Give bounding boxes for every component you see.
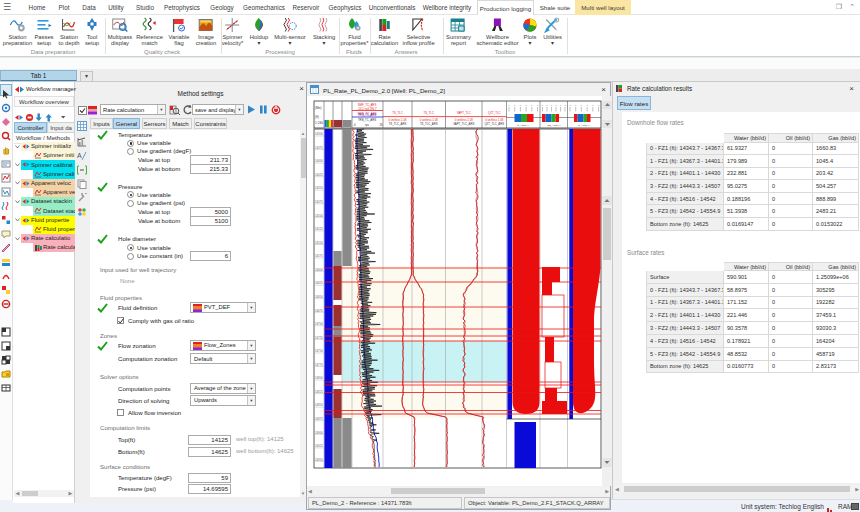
svg-text:14425: 14425 <box>315 173 323 177</box>
svg-text:QZT_TLC_ARS: QZT_TLC_ARS <box>484 122 504 126</box>
svg-text:14650: 14650 <box>315 295 323 299</box>
svg-text:QZT_TLC: QZT_TLC <box>488 111 500 115</box>
svg-text:16: 16 <box>379 123 383 127</box>
svg-text:14900: 14900 <box>315 431 323 435</box>
svg-text:TS_TLC_ARS: TS_TLC_ARS <box>389 122 407 126</box>
svg-text:14400: 14400 <box>315 159 323 163</box>
svg-text:14500: 14500 <box>315 214 323 218</box>
svg-text:14750: 14750 <box>315 349 323 353</box>
svg-text:TRS_TC_ARS: TRS_TC_ARS <box>358 113 376 117</box>
svg-text:VAPT_TLC_ARS: VAPT_TLC_ARS <box>453 122 474 126</box>
svg-text:14550: 14550 <box>315 241 323 245</box>
svg-text:14725: 14725 <box>315 336 323 340</box>
svg-text:-24.1 rad 296.7: -24.1 rad 296.7 <box>358 107 377 111</box>
svg-text:TS_TLC_ARS: TS_TLC_ARS <box>420 122 438 126</box>
svg-text:14350: 14350 <box>315 132 323 136</box>
svg-text:14675: 14675 <box>315 309 323 313</box>
svg-text:14525: 14525 <box>315 227 323 231</box>
svg-text:TS_TLC: TS_TLC <box>424 111 434 115</box>
svg-text:14475: 14475 <box>315 200 323 204</box>
svg-text:14825: 14825 <box>315 390 323 394</box>
svg-text:14775: 14775 <box>315 363 323 367</box>
svg-text:14850: 14850 <box>315 403 323 407</box>
svg-text:14575: 14575 <box>315 254 323 258</box>
svg-text:14875: 14875 <box>315 417 323 421</box>
svg-text:14950: 14950 <box>315 458 323 462</box>
svg-text:-4: -4 <box>353 123 356 127</box>
svg-text:(Me): (Me) <box>315 106 322 110</box>
svg-text:Q_ARRAY: Q_ARRAY <box>578 124 590 127</box>
svg-text:14625: 14625 <box>315 281 323 285</box>
svg-text:TS_TLC: TS_TLC <box>392 111 402 115</box>
svg-text:A: A <box>77 152 82 159</box>
svg-text:1:240: 1:240 <box>315 121 323 125</box>
svg-text:14800: 14800 <box>315 376 323 380</box>
svg-text:14600: 14600 <box>315 268 323 272</box>
svg-text:14450: 14450 <box>315 186 323 190</box>
svg-text:QZ_ARRAY: QZ_ARRAY <box>547 124 561 127</box>
svg-text:(ft): (ft) <box>315 115 319 119</box>
svg-text:VAPT_TLC: VAPT_TLC <box>457 111 471 115</box>
svg-text:14700: 14700 <box>315 322 323 326</box>
svg-text:rps: rps <box>365 123 369 127</box>
svg-text:TRB_TC_ARS: TRB_TC_ARS <box>358 118 376 122</box>
svg-text:Q_ARRAY: Q_ARRAY <box>517 124 529 127</box>
svg-text:14375: 14375 <box>315 146 323 150</box>
svg-text:14925: 14925 <box>315 444 323 448</box>
